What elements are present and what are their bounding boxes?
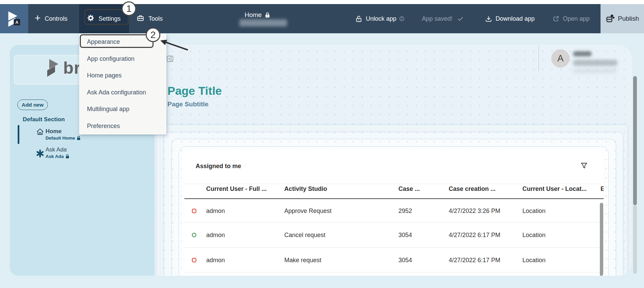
avatar[interactable]: A (551, 49, 570, 68)
download-app-label: Download app (496, 15, 535, 22)
download-app-button[interactable]: Download app (485, 4, 535, 33)
section-title: Default Section (23, 116, 65, 123)
publish-icon (606, 14, 615, 24)
filter-icon[interactable] (580, 162, 588, 169)
column-header[interactable]: Case ... (398, 185, 420, 193)
top-white-strip (0, 0, 644, 4)
menu-item-home-pages[interactable]: Home pages (79, 67, 166, 84)
table-title: Assigned to me (196, 163, 241, 170)
collapse-panel-icon[interactable] (167, 56, 173, 62)
open-app-label: Open app (563, 15, 590, 22)
download-icon (485, 16, 492, 22)
lock-icon (66, 154, 69, 159)
current-page-label: Home (245, 11, 262, 19)
check-icon (458, 17, 463, 21)
active-indicator (18, 125, 19, 144)
design-canvas[interactable]: A Page Title Page Subtitle Assigned to m… (155, 45, 632, 276)
asterisk-icon (36, 149, 44, 158)
redacted-app-name (239, 19, 287, 26)
menu-item-ask-ada-configuration[interactable]: Ask Ada configuration (79, 84, 166, 101)
table-row[interactable]: admon Make request 3054 4/27/2022 6:17 P… (182, 248, 604, 272)
sidebar-item-home-sublabel: Default Home (46, 136, 80, 141)
page-subtitle: Page Subtitle (167, 101, 208, 108)
svg-text:A: A (15, 20, 18, 25)
annotation-step1-badge: 1 (122, 1, 136, 16)
add-new-button[interactable]: Add new (17, 100, 48, 110)
app-logo-text: br (63, 58, 81, 78)
current-page-indicator[interactable]: Home (239, 4, 294, 33)
cell-location: Location (522, 232, 545, 239)
cell-case: 3054 (398, 256, 412, 264)
menu-item-app-configuration[interactable]: App configuration (79, 51, 166, 68)
annotation-step2-box (80, 34, 154, 48)
column-header[interactable]: Current User - Locat... (522, 185, 587, 193)
publish-label: Publish (618, 15, 639, 22)
lock-icon (265, 12, 270, 18)
cell-user: admon (206, 232, 225, 239)
status-green-circle-icon (192, 233, 196, 237)
column-header[interactable]: Current User - Full ... (206, 185, 267, 193)
column-header[interactable]: Activity Studio (284, 185, 327, 193)
plus-icon: + (35, 13, 41, 23)
page-scrollbar-thumb[interactable] (633, 76, 637, 205)
page-scrollbar-track[interactable] (633, 205, 637, 274)
cell-user: admon (206, 207, 225, 214)
app-saved-label: App saved! (422, 15, 452, 22)
app-logo[interactable]: A (0, 4, 28, 33)
open-app-button[interactable]: Open app (553, 4, 590, 33)
tools-label: Tools (148, 15, 163, 22)
redacted-user-email (573, 60, 618, 66)
toolbox-icon (137, 15, 144, 23)
divider (184, 184, 601, 184)
table-row[interactable]: admon Cancel request 3054 4/27/2022 6:17… (182, 222, 604, 248)
sidebar-item-home-label: Home (46, 128, 61, 135)
redacted-user-name (573, 51, 592, 56)
publish-button[interactable]: Publish (601, 4, 644, 33)
settings-dropdown-menu: Appearance App configuration Home pages … (79, 34, 166, 134)
info-icon[interactable] (399, 16, 404, 21)
status-red-square-icon (192, 258, 196, 262)
cell-activity: Approve Request (284, 207, 332, 214)
cell-created: 4/27/2022 6:17 PM (449, 256, 500, 264)
redacted-user-detail (573, 69, 617, 73)
bizagi-logo-icon: A (8, 11, 20, 27)
controls-label: Controls (45, 15, 68, 22)
cell-created: 4/27/2022 6:17 PM (449, 232, 500, 239)
annotation-step2-badge: 2 (146, 28, 160, 42)
home-icon (36, 128, 44, 136)
app-saved-status: App saved! (422, 4, 463, 33)
app-logo-mark-icon (46, 58, 61, 80)
cell-location: Location (522, 256, 545, 264)
table-row[interactable]: admon Approve Request 2952 4/27/2022 3:2… (182, 199, 604, 222)
cell-activity: Make request (284, 256, 321, 264)
menu-item-multilingual-app[interactable]: Multilingual app (79, 101, 166, 118)
open-external-icon (553, 16, 559, 22)
status-red-square-icon (192, 209, 196, 213)
table-scrollbar-thumb[interactable] (600, 203, 603, 276)
column-header[interactable]: E (601, 185, 604, 193)
unlock-icon (356, 15, 362, 22)
header-divider (538, 46, 539, 72)
lock-icon (77, 136, 80, 140)
assigned-table-widget[interactable]: Assigned to me Current User - Full ... A… (182, 149, 604, 276)
page-title: Page Title (167, 84, 222, 97)
cell-activity: Cancel request (284, 232, 325, 239)
cell-created: 4/27/2022 3:26 PM (449, 207, 500, 214)
column-header[interactable]: Case creation ... (449, 185, 496, 193)
cell-case: 2952 (398, 207, 412, 214)
cell-location: Location (522, 207, 545, 214)
menu-item-preferences[interactable]: Preferences (79, 118, 166, 135)
unlock-app-button[interactable]: Unlock app (356, 4, 404, 33)
controls-menu-button[interactable]: + Controls (35, 4, 68, 33)
row-separator (184, 272, 600, 272)
sidebar-item-ask-ada-label: Ask Ada (46, 146, 67, 153)
sidebar-item-ask-ada-sublabel: Ask Ada (46, 154, 69, 159)
cell-case: 3054 (398, 232, 412, 239)
unlock-app-label: Unlock app (366, 15, 396, 22)
cell-user: admon (206, 256, 225, 264)
avatar-initial: A (557, 53, 564, 64)
